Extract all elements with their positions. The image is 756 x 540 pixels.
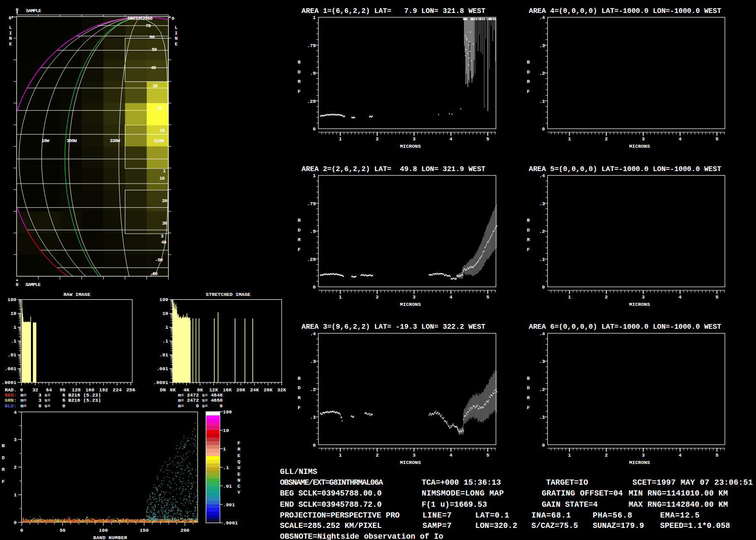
- svg-text:4: 4: [14, 410, 17, 415]
- svg-text:100: 100: [7, 297, 16, 302]
- svg-text:.001: .001: [156, 366, 168, 372]
- svg-text:5: 5: [715, 452, 718, 458]
- svg-text:40: 40: [161, 240, 166, 245]
- svg-text:RED:: RED:: [5, 392, 17, 398]
- svg-text:NIMSMODE=LONG MAP: NIMSMODE=LONG MAP: [422, 489, 504, 498]
- svg-text:10W: 10W: [41, 138, 50, 143]
- svg-text:0: 0: [14, 520, 17, 525]
- svg-text:F: F: [298, 405, 301, 410]
- svg-text:4: 4: [449, 294, 452, 300]
- svg-text:N: N: [238, 477, 241, 483]
- svg-text:2: 2: [605, 136, 608, 142]
- svg-text:B: B: [2, 443, 5, 448]
- svg-text:F: F: [527, 89, 530, 94]
- svg-text:0: 0: [313, 126, 316, 132]
- svg-text:4: 4: [679, 294, 682, 300]
- svg-text:Q: Q: [238, 459, 241, 464]
- svg-text:1: 1: [13, 324, 16, 330]
- svg-text:F: F: [238, 440, 241, 446]
- svg-text:.1: .1: [10, 338, 16, 344]
- svg-text:.01: .01: [223, 483, 232, 489]
- svg-text:4: 4: [449, 452, 452, 458]
- svg-text:AREA 6=(0,0,0,0) LAT=-1000.0 L: AREA 6=(0,0,0,0) LAT=-1000.0 LON=-1000.0…: [529, 323, 721, 331]
- svg-text:B: B: [298, 59, 301, 65]
- svg-text:1: 1: [313, 173, 316, 178]
- svg-text:BEG SCLK=03945788.00.0: BEG SCLK=03945788.00.0: [280, 489, 381, 498]
- svg-text:.0001: .0001: [223, 520, 238, 526]
- svg-text:AREA 5=(0,0,0,0) LAT=-1000.0 L: AREA 5=(0,0,0,0) LAT=-1000.0 LON=-1000.0…: [529, 165, 721, 173]
- svg-text:R: R: [527, 79, 530, 84]
- svg-text:E: E: [238, 453, 241, 458]
- svg-text:-50: -50: [155, 257, 163, 263]
- svg-text:200: 200: [181, 527, 190, 533]
- svg-text:5: 5: [715, 136, 718, 142]
- svg-text:m= 3 s= 6 B216 (5.23): m= 3 s= 6 B216 (5.23): [21, 392, 101, 398]
- svg-text:B: B: [298, 217, 301, 223]
- svg-text:SAMPLE: SAMPLE: [26, 8, 41, 13]
- svg-text:AREA 1=(6,6,2,2) LAT= 7.9 LO: AREA 1=(6,6,2,2) LAT= 7.9 LON= 321.8 WES…: [302, 7, 486, 15]
- svg-text:B: B: [527, 375, 530, 381]
- svg-text:MIN RNG=1141010.00 KM: MIN RNG=1141010.00 KM: [629, 489, 728, 498]
- svg-text:10: 10: [10, 311, 16, 316]
- svg-text:256: 256: [126, 387, 135, 393]
- svg-text:20: 20: [157, 105, 162, 111]
- svg-text:R: R: [298, 237, 301, 242]
- svg-text:0: 0: [542, 284, 545, 290]
- svg-text:60: 60: [149, 35, 155, 40]
- svg-text:R: R: [238, 446, 241, 452]
- svg-text:m= 2472 s= 4650: m= 2472 s= 4650: [178, 397, 223, 403]
- svg-text:STRETCHED IMAGE: STRETCHED IMAGE: [206, 292, 251, 297]
- svg-text:D: D: [298, 69, 301, 75]
- svg-text:1: 1: [339, 136, 342, 142]
- svg-text:.4: .4: [539, 15, 545, 20]
- svg-text:.4: .4: [539, 331, 545, 337]
- svg-text:I: I: [175, 31, 178, 36]
- svg-text:1: 1: [165, 324, 168, 330]
- svg-text:100: 100: [159, 297, 168, 302]
- svg-text:SPEED=1.1*0.058: SPEED=1.1*0.058: [660, 521, 730, 530]
- svg-text:R: R: [2, 467, 5, 472]
- svg-text:.0001: .0001: [153, 380, 168, 385]
- svg-text:3: 3: [413, 136, 416, 142]
- svg-text:INA=68.1: INA=68.1: [531, 511, 571, 520]
- svg-text:END SCLK=03945788.72.0: END SCLK=03945788.72.0: [280, 500, 381, 509]
- svg-text:28K: 28K: [264, 387, 273, 393]
- svg-text:BAND NUMBER: BAND NUMBER: [93, 535, 127, 540]
- svg-text:LON=320.2: LON=320.2: [475, 521, 517, 530]
- svg-text:.01: .01: [7, 352, 16, 358]
- svg-text:.001: .001: [223, 502, 235, 508]
- svg-text:3: 3: [642, 136, 645, 142]
- svg-text:GRN:: GRN:: [5, 397, 17, 403]
- svg-text:5: 5: [486, 136, 489, 142]
- svg-text:R: R: [298, 395, 301, 400]
- svg-text:0083452960: 0083452960: [127, 16, 152, 21]
- svg-text:MICRONS: MICRONS: [629, 143, 650, 149]
- svg-text:5: 5: [715, 294, 718, 300]
- svg-text:0: 0: [20, 527, 23, 533]
- svg-text:1: 1: [339, 294, 342, 300]
- svg-text:D: D: [527, 385, 530, 391]
- svg-text:SCET=1997 MAY 07 23:06:51: SCET=1997 MAY 07 23:06:51: [632, 478, 753, 487]
- svg-text:30: 30: [152, 83, 158, 89]
- svg-text:1: 1: [568, 136, 571, 142]
- svg-text:C: C: [238, 483, 241, 489]
- svg-text:0: 0: [172, 16, 174, 21]
- svg-text:D: D: [2, 455, 5, 461]
- svg-text:.25: .25: [307, 257, 316, 262]
- svg-text:D: D: [298, 385, 301, 391]
- svg-text:LAT=0.1: LAT=0.1: [475, 511, 509, 520]
- svg-text:R: R: [527, 395, 530, 400]
- svg-text:m= 0 s= 0: m= 0 s= 0: [178, 403, 223, 409]
- svg-text:3: 3: [642, 294, 645, 300]
- svg-text:F: F: [298, 89, 301, 94]
- svg-text:AREA 3=(9,6,2,2) LAT= -19.3 LO: AREA 3=(9,6,2,2) LAT= -19.3 LON= 322.2 W…: [302, 323, 486, 331]
- svg-text:16K: 16K: [223, 387, 232, 393]
- svg-text:150: 150: [140, 527, 149, 533]
- svg-text:D: D: [527, 227, 530, 233]
- svg-text:0: 0: [16, 7, 18, 13]
- svg-text:RAW IMAGE: RAW IMAGE: [64, 292, 90, 297]
- svg-text:50: 50: [152, 47, 157, 52]
- svg-text:10: 10: [159, 128, 165, 133]
- svg-text:3: 3: [413, 294, 416, 300]
- svg-text:GRATING OFFSET=04: GRATING OFFSET=04: [542, 489, 623, 498]
